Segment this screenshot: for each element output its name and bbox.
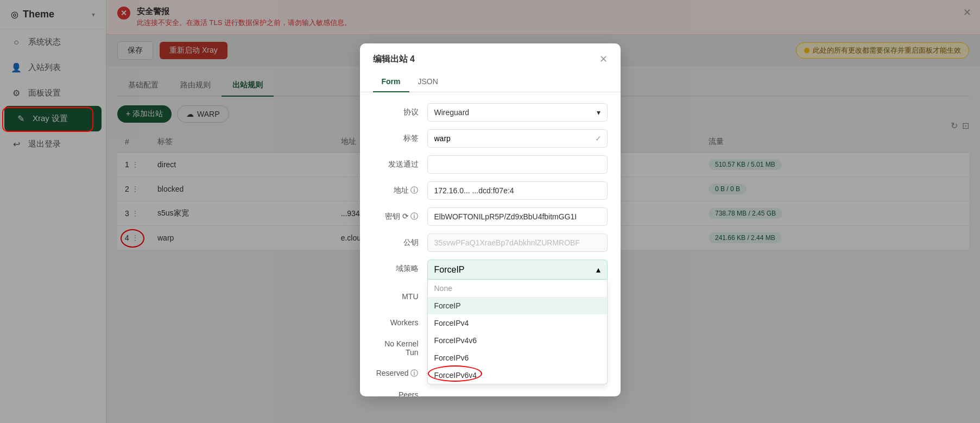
edit-outbound-modal: 编辑出站 4 ✕ Form JSON 协议 Wireguard ▾ 标签 ✓ [360, 43, 621, 396]
dropdown-item-forceipv4v6[interactable]: ForceIPv4v6 [428, 332, 607, 349]
reserved-label: Reserved ⓘ [373, 369, 427, 378]
secret-label: 密钥 ⟳ ⓘ [373, 212, 427, 222]
pubkey-input[interactable] [427, 233, 608, 252]
send-via-row: 发送通过 [373, 155, 608, 174]
protocol-row: 协议 Wireguard ▾ [373, 103, 608, 122]
no-kernel-tun-label: No Kernel Tun [373, 339, 427, 357]
address-row: 地址 ⓘ [373, 181, 608, 200]
domain-strategy-value: ForceIP [434, 265, 465, 275]
dropdown-item-forceipv6[interactable]: ForceIPv6 [428, 349, 607, 367]
chevron-down-icon: ▾ [597, 108, 600, 117]
modal-tabs: Form JSON [360, 72, 621, 92]
domain-strategy-row: 域策略 ForceIP ▴ None ForceIP ForceIPv4 For… [373, 260, 608, 280]
chevron-up-icon: ▴ [596, 264, 600, 275]
modal-body: 协议 Wireguard ▾ 标签 ✓ 发送通过 [360, 92, 621, 396]
send-via-input[interactable] [427, 155, 608, 174]
domain-strategy-trigger[interactable]: ForceIP ▴ [427, 260, 608, 280]
secret-input[interactable] [427, 207, 608, 226]
tag-row: 标签 ✓ [373, 129, 608, 148]
address-label: 地址 ⓘ [373, 186, 427, 195]
protocol-label: 协议 [373, 108, 427, 117]
peers-row: Peers [373, 390, 608, 396]
dropdown-none-item[interactable]: None [428, 280, 607, 297]
pubkey-row: 公钥 [373, 233, 608, 252]
mtu-label: MTU [373, 292, 427, 301]
dropdown-item-forceipv6v4[interactable]: ForceIPv6v4 [428, 367, 607, 384]
dropdown-item-forceipv4[interactable]: ForceIPv4 [428, 314, 607, 332]
workers-label: Workers [373, 318, 427, 327]
protocol-select[interactable]: Wireguard ▾ [427, 103, 608, 122]
address-input[interactable] [427, 181, 608, 200]
dropdown-item-forceip[interactable]: ForceIP [428, 297, 607, 314]
peers-label: Peers [373, 390, 427, 396]
modal-close-button[interactable]: ✕ [599, 53, 608, 65]
domain-strategy-dropdown: None ForceIP ForceIPv4 ForceIPv4v6 Force… [427, 280, 608, 384]
check-icon: ✓ [590, 130, 607, 147]
modal-title: 编辑出站 4 [373, 54, 415, 65]
tag-label: 标签 [373, 134, 427, 143]
secret-row: 密钥 ⟳ ⓘ [373, 207, 608, 226]
tag-input[interactable] [428, 130, 590, 147]
pubkey-label: 公钥 [373, 238, 427, 248]
tag-field-wrapper: ✓ [427, 129, 608, 148]
modal-tab-json[interactable]: JSON [409, 72, 447, 92]
domain-strategy-label: 域策略 [373, 260, 427, 274]
modal-header: 编辑出站 4 ✕ [360, 43, 621, 65]
modal-tab-form[interactable]: Form [373, 72, 409, 92]
modal-overlay: 编辑出站 4 ✕ Form JSON 协议 Wireguard ▾ 标签 ✓ [0, 0, 980, 423]
domain-strategy-wrapper: ForceIP ▴ None ForceIP ForceIPv4 ForceIP… [427, 260, 608, 280]
send-via-label: 发送通过 [373, 160, 427, 169]
